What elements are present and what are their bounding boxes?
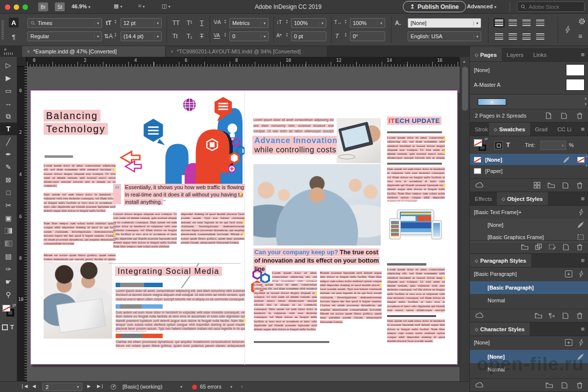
formatting-affects-text-button[interactable]: T: [10, 324, 14, 331]
new-style-plus-icon[interactable]: +: [565, 270, 572, 277]
rectangle-tool[interactable]: □: [0, 186, 17, 199]
horizontal-ruler[interactable]: 0 2 4 6 8 10 12 14 16: [27, 57, 460, 67]
document-tab-active[interactable]: ×*Example.indd @ 47% [Converted]: [22, 46, 165, 57]
first-page-button[interactable]: ❘◀: [21, 384, 27, 389]
swap-fill-stroke-icon[interactable]: ⇄: [12, 303, 16, 308]
new-color-group-icon[interactable]: [533, 181, 541, 189]
strip-scroll-icons[interactable]: ▴▾: [585, 96, 587, 107]
new-style-group-icon[interactable]: [521, 243, 529, 251]
font-size-stepper[interactable]: ▴▾: [115, 19, 116, 24]
delete-swatch-icon[interactable]: [576, 181, 584, 189]
tint-field[interactable]: ›: [540, 141, 566, 150]
photo-tablet-hand[interactable]: [337, 118, 381, 163]
new-style-group-icon[interactable]: [545, 381, 553, 389]
new-style-plus-icon[interactable]: +: [565, 339, 572, 346]
bottom-column-a2[interactable]: Lorem ipsum dolor sit amet, consectetuer…: [254, 283, 317, 336]
fill-stroke-proxy[interactable]: ⇄: [2, 305, 15, 318]
delete-page-icon[interactable]: [576, 112, 584, 120]
quote-column-b[interactable]: imperdiet doming id quod mazim placerat …: [181, 212, 245, 252]
intro-paragraph[interactable]: Lorem ipsum dolor sit amet consectetuer …: [253, 117, 334, 135]
type-tool[interactable]: T: [0, 122, 17, 135]
collapse-arrow-icon[interactable]: ‹: [241, 383, 243, 389]
underline-button[interactable]: T: [200, 20, 203, 26]
tab-object-styles[interactable]: ◇Object Styles: [497, 192, 548, 205]
tab-character-styles[interactable]: ◇Character Styles: [470, 322, 530, 336]
window-minimize-button[interactable]: [14, 4, 19, 10]
canvas-pasteboard[interactable]: Balancing Technology Lorem ipsum dolor s…: [27, 67, 460, 381]
new-folder-icon[interactable]: [547, 181, 555, 189]
panel-menu-icon[interactable]: ≡: [577, 192, 588, 205]
frame-tool[interactable]: ⊠: [0, 173, 17, 186]
baseline-shift-field[interactable]: 0 pt: [291, 31, 326, 41]
settings-gear-icon[interactable]: [578, 18, 586, 25]
itech-paragraph[interactable]: Duis autem vel eum iriure dolor in hendr…: [387, 167, 445, 201]
paragraph-style-row-normal[interactable]: Normal: [470, 294, 588, 307]
bottom-column-b[interactable]: Blandit praesent luptatum zzril delenit …: [320, 271, 382, 336]
note-tool[interactable]: ▤: [0, 250, 17, 263]
tab-gradient[interactable]: Grad: [530, 122, 553, 136]
leading-field[interactable]: (14.4 pt)▾: [121, 31, 162, 41]
panel-menu-icon[interactable]: ≡: [577, 122, 588, 136]
clear-attributes-icon[interactable]: [548, 243, 556, 251]
master-row-none[interactable]: [None]: [470, 64, 588, 76]
view-options-menu[interactable]: ▦ ▾: [114, 3, 122, 9]
stock-search-input[interactable]: [529, 4, 578, 10]
errors-chevron-icon[interactable]: ▾: [230, 385, 232, 389]
quick-apply-bolt-icon[interactable]: [578, 339, 585, 346]
eyedropper-tool[interactable]: ✑: [0, 263, 17, 275]
headline-keep-up[interactable]: Can your company keep up? The true cost …: [253, 248, 382, 273]
swatch-proxy-group[interactable]: ⇄: [474, 139, 489, 154]
panel-menu-icon[interactable]: ≡: [578, 32, 582, 40]
pull-quote[interactable]: “ Essentially, it shows you how web traf…: [113, 184, 245, 206]
previous-page-button[interactable]: ◀: [32, 384, 36, 389]
stock-button[interactable]: St: [55, 2, 65, 11]
align-right-button[interactable]: [522, 20, 531, 26]
social-paragraph[interactable]: Lorem ipsum dolor sit amet, consectetuer…: [116, 289, 245, 302]
subscript-button[interactable]: T₁: [187, 33, 192, 40]
character-style-select[interactable]: [None]▾: [408, 18, 481, 28]
gradient-swatch-tool[interactable]: [0, 224, 17, 237]
document-tab-inactive[interactable]: ×*TC9980201-LAYOUT-MI1.indd @ 94% [Conve…: [165, 46, 327, 57]
gap-tool[interactable]: ↔: [0, 97, 17, 110]
delete-style-icon[interactable]: [576, 312, 584, 319]
cc-libraries-add-icon[interactable]: [475, 312, 484, 319]
heads-illustration[interactable]: [115, 97, 245, 186]
justify-center-button[interactable]: [495, 33, 503, 40]
itech-paragraph[interactable]: Lorem ipsum dolor sit amet, consectetuer…: [387, 136, 445, 160]
panel-menu-icon[interactable]: ≡: [577, 322, 588, 336]
tracking-field[interactable]: 0▾: [229, 31, 269, 41]
align-center-button[interactable]: [509, 20, 517, 26]
panel-menu-icon[interactable]: ≡: [577, 254, 588, 267]
new-page-icon[interactable]: [560, 112, 568, 120]
swap-icon[interactable]: ⇄: [485, 137, 488, 141]
justify-all-button[interactable]: [522, 33, 531, 40]
paragraph-formatting-button[interactable]: ¶: [9, 32, 19, 42]
cc-libraries-add-icon[interactable]: [475, 381, 484, 389]
gradient-feather-tool[interactable]: [0, 237, 17, 250]
delete-style-icon[interactable]: [576, 243, 584, 251]
dock-expand-icon[interactable]: »: [4, 47, 7, 52]
character-style-row-normal[interactable]: Normal: [470, 363, 588, 376]
baseline-shift-stepper[interactable]: ▴▾: [286, 32, 288, 37]
new-style-icon[interactable]: [561, 381, 568, 389]
new-style-group-icon[interactable]: [535, 312, 542, 319]
scissors-tool[interactable]: ✂: [0, 199, 17, 212]
kerning-field[interactable]: Metrics▾: [229, 18, 269, 28]
paragraph-style-row-basic[interactable]: [Basic Paragraph]: [470, 281, 588, 294]
headline-itech-update[interactable]: ITECH UPDATE: [387, 117, 441, 124]
bridge-button[interactable]: Br: [38, 2, 48, 11]
social-paragraph[interactable]: Claritas est etiam processus dynamicus, …: [116, 340, 245, 349]
all-caps-button[interactable]: TT: [172, 20, 180, 26]
align-left-button[interactable]: [495, 20, 503, 26]
window-close-button[interactable]: [5, 4, 10, 10]
strikethrough-button[interactable]: T: [200, 33, 203, 40]
publish-online-button[interactable]: ↥Publish Online: [403, 1, 466, 12]
selection-tool[interactable]: ▷: [0, 59, 17, 72]
page-tool[interactable]: ▭: [0, 84, 17, 97]
direct-selection-tool[interactable]: ▶: [0, 72, 17, 84]
panel-menu-icon[interactable]: ≡: [577, 48, 588, 61]
quick-apply-bolt-icon[interactable]: [578, 270, 585, 278]
tab-effects[interactable]: Effects: [470, 192, 497, 205]
social-paragraph[interactable]: Duis autem vel eum iriure dolor in hendr…: [116, 311, 245, 332]
quote-column-a[interactable]: Laoreet dolore magna aliquam erat volutp…: [113, 212, 177, 252]
